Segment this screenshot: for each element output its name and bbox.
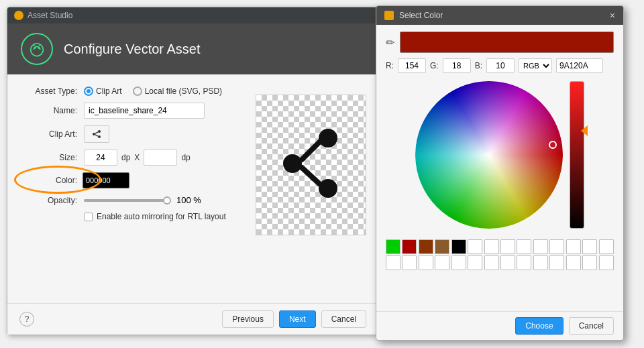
color-swatch[interactable]: 000000 <box>83 172 129 188</box>
swatch-white-4[interactable] <box>517 239 531 254</box>
dialog-title-left: Select Color <box>384 11 443 20</box>
swatch-white-16[interactable] <box>484 255 499 270</box>
brightness-slider[interactable] <box>570 81 584 229</box>
svg-point-7 <box>98 135 101 138</box>
dp-label-2: dp <box>181 153 190 162</box>
swatch-white-2[interactable] <box>484 239 499 254</box>
swatch-white-14[interactable] <box>451 255 466 270</box>
titlebar-icon <box>14 11 23 20</box>
window-footer: ? Previous Next Cancel <box>7 303 378 335</box>
swatch-red[interactable] <box>402 239 417 254</box>
swatch-brown[interactable] <box>419 239 433 254</box>
svg-line-13 <box>302 142 319 160</box>
dialog-cancel-button[interactable]: Cancel <box>569 317 614 335</box>
choose-button[interactable]: Choose <box>515 317 563 335</box>
opacity-slider-track[interactable] <box>84 199 171 202</box>
opacity-slider-thumb[interactable] <box>163 196 171 205</box>
swatch-white-5[interactable] <box>533 239 548 254</box>
swatch-green[interactable] <box>386 239 400 254</box>
asset-studio-title: Asset Studio <box>28 11 72 20</box>
clip-art-label: Clip Art <box>96 86 122 96</box>
svg-line-14 <box>302 168 319 184</box>
clip-art-label-form: Clip Art: <box>23 129 77 139</box>
help-button[interactable]: ? <box>19 312 34 327</box>
svg-point-12 <box>283 154 302 173</box>
swatch-white-6[interactable] <box>549 239 564 254</box>
brightness-thumb[interactable] <box>581 125 588 136</box>
swatch-white-15[interactable] <box>468 255 482 270</box>
hex-input[interactable] <box>556 58 603 73</box>
swatch-white-20[interactable] <box>549 255 564 270</box>
name-input[interactable] <box>84 103 205 119</box>
swatch-white-10[interactable] <box>386 255 400 270</box>
color-wheel[interactable] <box>415 81 563 229</box>
swatches-container <box>386 237 614 273</box>
color-preview-bar <box>400 32 614 53</box>
configure-vector-title: Configure Vector Asset <box>64 42 200 57</box>
swatch-white-13[interactable] <box>435 255 449 270</box>
dp-label-1: dp <box>121 153 130 162</box>
svg-point-2 <box>38 48 40 49</box>
clip-art-option[interactable]: Clip Art <box>84 86 122 96</box>
asset-studio-titlebar: Asset Studio <box>7 7 378 23</box>
size-inputs: dp X dp <box>84 150 191 166</box>
eyedropper-icon[interactable]: ✏ <box>386 36 394 49</box>
clip-art-radio[interactable] <box>84 86 93 96</box>
cancel-button[interactable]: Cancel <box>321 310 366 328</box>
swatch-white-12[interactable] <box>419 255 433 270</box>
swatch-white-22[interactable] <box>582 255 597 270</box>
swatch-white-11[interactable] <box>402 255 417 270</box>
color-value: 000000 <box>83 172 113 188</box>
local-file-radio[interactable] <box>133 86 142 96</box>
color-wheel-container <box>386 78 614 231</box>
name-label: Name: <box>23 106 77 115</box>
swatch-black[interactable] <box>451 239 466 254</box>
local-file-option[interactable]: Local file (SVG, PSD) <box>133 86 222 96</box>
r-input[interactable] <box>398 58 426 73</box>
local-file-label: Local file (SVG, PSD) <box>145 86 222 96</box>
height-input[interactable] <box>144 150 177 166</box>
swatch-white-21[interactable] <box>566 255 581 270</box>
share-icon-preview <box>278 125 345 205</box>
select-color-dialog: Select Color × ✏ R: G: B: RGB HSB HSL <box>376 5 624 341</box>
svg-point-6 <box>98 130 101 133</box>
swatch-white-23[interactable] <box>599 255 614 270</box>
g-input[interactable] <box>443 58 471 73</box>
swatch-tan[interactable] <box>435 239 449 254</box>
svg-line-8 <box>95 132 98 133</box>
svg-point-10 <box>319 129 337 148</box>
dialog-footer: Choose Cancel <box>376 311 623 340</box>
previous-button[interactable]: Previous <box>222 310 274 328</box>
swatch-white-3[interactable] <box>500 239 515 254</box>
android-logo <box>21 33 53 65</box>
svg-point-0 <box>31 44 44 56</box>
color-mode-select[interactable]: RGB HSB HSL <box>519 58 552 73</box>
swatch-white-7[interactable] <box>566 239 581 254</box>
opacity-label: Opacity: <box>23 196 77 205</box>
dialog-title: Select Color <box>399 11 443 20</box>
rgb-inputs-row: R: G: B: RGB HSB HSL <box>386 58 614 73</box>
svg-point-11 <box>319 179 337 198</box>
swatch-white-8[interactable] <box>582 239 597 254</box>
clip-art-button[interactable] <box>84 125 109 143</box>
swatch-white-17[interactable] <box>500 255 515 270</box>
r-label: R: <box>386 61 394 70</box>
close-button[interactable]: × <box>610 11 615 20</box>
svg-line-9 <box>95 135 98 136</box>
swatch-white-18[interactable] <box>517 255 531 270</box>
swatch-white-9[interactable] <box>599 239 614 254</box>
dialog-title-icon <box>384 11 394 20</box>
swatch-white-19[interactable] <box>533 255 548 270</box>
svg-point-1 <box>34 48 36 49</box>
next-button[interactable]: Next <box>279 310 316 328</box>
width-input[interactable] <box>84 150 117 166</box>
dialog-body: ✏ R: G: B: RGB HSB HSL <box>376 25 623 311</box>
size-label: Size: <box>23 153 77 162</box>
swatch-white-1[interactable] <box>468 239 482 254</box>
b-input[interactable] <box>486 58 515 73</box>
opacity-slider-fill <box>84 199 171 202</box>
footer-buttons: Previous Next Cancel <box>222 310 366 328</box>
b-label: B: <box>475 61 482 70</box>
svg-point-5 <box>93 133 95 135</box>
auto-mirror-checkbox[interactable] <box>84 213 93 221</box>
